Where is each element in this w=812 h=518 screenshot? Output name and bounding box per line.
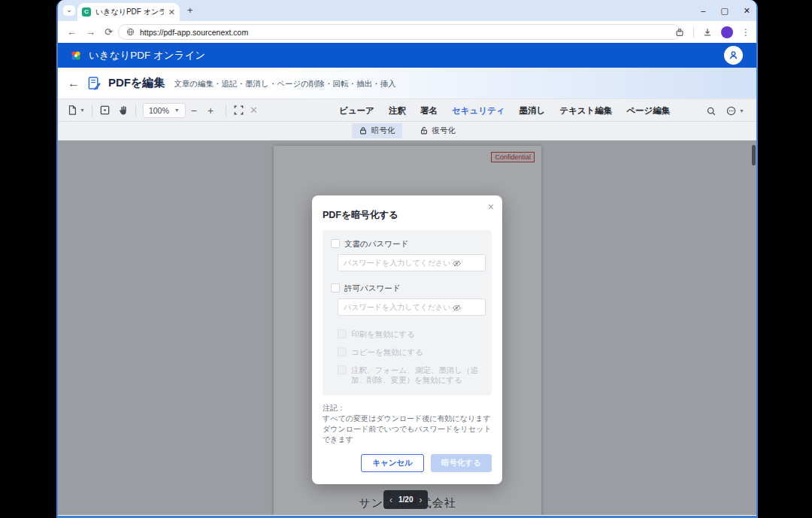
feature-tabs: ビューア 注釈 署名 セキュリティ 墨消し テキスト編集 ページ編集 [339,99,670,123]
note-title: 注記： [323,403,492,413]
decrypt-button[interactable]: 復号化 [413,123,463,138]
permission-password-input[interactable] [338,298,486,316]
extensions-icon[interactable] [674,27,685,38]
encrypt-label: 暗号化 [371,126,395,136]
unlock-icon [420,126,429,135]
screen: ⌄ C いきなりPDF オンライン ✕ + – ▢ ✕ ← → ⟳ [0,0,812,518]
doc-password-row: 文書のパスワード [331,239,483,249]
dialog-note: 注記： すべての変更はダウンロード後に有効になります ダウンロード前でいつでもパ… [323,403,492,445]
browser-window: ⌄ C いきなりPDF オンライン ✕ + – ▢ ✕ ← → ⟳ [56,0,758,518]
browser-navbar: ← → ⟳ https://pdf-app.sourcenext.com [58,21,756,43]
tab-text-edit[interactable]: テキスト編集 [559,105,612,117]
app-logo-icon [70,50,82,62]
disable-annotation-label: 注釈、フォーム、測定、墨消し（追加、削除、変更）を無効にする [351,365,483,385]
divider [693,27,694,38]
encrypt-confirm-button[interactable]: 暗号化する [431,454,492,472]
search-icon[interactable] [706,106,717,117]
divider [135,105,136,117]
tab-close-icon[interactable]: ✕ [168,8,175,17]
tab-page-edit[interactable]: ページ編集 [626,105,670,117]
permission-password-label: 許可パスワード [344,283,400,293]
new-tab-button[interactable]: + [187,5,193,16]
page-navigator: ‹ 1/20 › [383,490,428,509]
browser-tab[interactable]: C いきなりPDF オンライン ✕ [77,3,180,21]
downloads-icon[interactable] [702,27,713,38]
dialog-close-icon[interactable]: × [488,201,494,213]
divider [92,105,92,117]
zoom-level-dropdown[interactable]: 100% ▼ [143,103,186,118]
eye-off-icon[interactable] [452,258,462,271]
page-indicator: 1/20 [398,495,413,504]
disable-copy-label: コピーを無効にする [351,347,423,357]
clear-selection-icon[interactable]: ✕ [250,105,258,116]
tab-signature[interactable]: 署名 [420,105,438,117]
doc-password-field-wrap [338,254,483,271]
doc-password-checkbox[interactable] [331,239,340,248]
zoom-out-button[interactable]: − [191,105,197,117]
security-subtoolbar: 暗号化 復号化 [58,122,756,141]
dialog-buttons: キャンセル 暗号化する [323,454,492,472]
page-title: PDFを編集 [108,76,165,90]
page-subtitle: 文章の編集・追記・墨消し・ページの削除・回転・抽出・挿入 [174,79,395,89]
navbar-right: ⋮ [674,21,750,43]
forward-icon[interactable]: → [86,26,95,38]
edit-pdf-icon [87,76,102,90]
vertical-scrollbar[interactable] [752,145,756,165]
address-bar[interactable]: https://pdf-app.sourcenext.com [118,24,680,40]
browser-tabstrip: ⌄ C いきなりPDF オンライン ✕ + – ▢ ✕ [58,0,756,21]
browser-menu-icon[interactable]: ⋮ [741,27,750,38]
spacer [331,271,483,283]
toolbar-right: ▼ [706,99,744,123]
dialog-title: PDFを暗号化する [323,209,492,222]
divider [226,105,226,117]
decrypt-label: 復号化 [432,126,456,136]
fit-page-button[interactable] [99,105,111,116]
app-header: いきなりPDF オンライン [58,43,756,68]
disable-copy-checkbox [338,347,347,356]
close-button[interactable]: ✕ [744,6,750,16]
back-arrow-icon[interactable]: ← [68,77,80,90]
disable-copy-row: コピーを無効にする [338,347,483,357]
hand-tool-button[interactable] [118,105,129,116]
tab-security[interactable]: セキュリティ [452,105,505,117]
page-header: ← PDFを編集 文章の編集・追記・墨消し・ページの削除・回転・抽出・挿入 [58,68,756,98]
note-line-2: ダウンロード前でいつでもパスワードをリセットできます [323,424,492,445]
site-favicon-icon: C [82,8,91,17]
more-options-button[interactable]: ▼ [726,105,744,117]
tab-redaction[interactable]: 墨消し [519,105,545,117]
spacer [331,316,483,329]
page-thumbnail-button[interactable]: ▼ [67,105,85,116]
zoom-level-value: 100% [149,106,169,115]
select-area-button[interactable] [233,105,244,116]
url-text: https://pdf-app.sourcenext.com [140,28,248,37]
window-controls: – ▢ ✕ [701,0,750,21]
document-viewport: Confidential サンプル株式会社 ‹ 1/20 › × PDFを暗号化… [58,141,756,515]
back-icon[interactable]: ← [67,26,77,38]
profile-avatar[interactable] [721,26,733,38]
maximize-button[interactable]: ▢ [720,6,728,16]
reload-icon[interactable]: ⟳ [105,26,113,38]
app-title: いきなりPDF オンライン [89,49,205,62]
note-line-1: すべての変更はダウンロード後に有効になります [323,413,492,424]
account-button[interactable] [724,46,743,65]
cancel-button[interactable]: キャンセル [361,454,424,472]
doc-password-input[interactable] [338,254,486,271]
minimize-button[interactable]: – [701,6,705,15]
chevron-down-icon: ▼ [174,108,180,113]
zoom-in-button[interactable]: + [208,105,214,117]
disable-annotation-checkbox [338,365,347,374]
eye-off-icon[interactable] [452,302,462,316]
permission-password-checkbox[interactable] [331,283,340,292]
tab-search-icon[interactable]: ⌄ [63,5,75,16]
site-info-globe-icon[interactable] [126,28,135,36]
encrypt-button[interactable]: 暗号化 [352,123,402,138]
previous-page-icon[interactable]: ‹ [389,495,392,505]
tab-annotation[interactable]: 注釈 [389,105,406,117]
tab-viewer[interactable]: ビューア [339,105,374,117]
next-page-icon[interactable]: › [419,495,422,505]
person-icon [728,50,739,61]
disable-print-row: 印刷を無効にする [338,329,483,339]
spacer [331,339,483,347]
permission-password-field-wrap [338,298,483,316]
lock-icon [359,126,368,135]
